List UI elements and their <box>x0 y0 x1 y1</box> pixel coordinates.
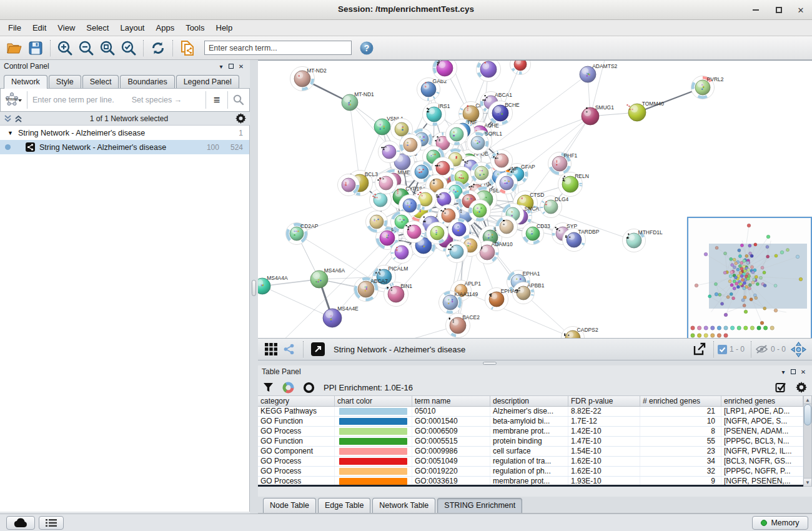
network-node[interactable] <box>471 162 493 184</box>
network-view[interactable]: MT-ND2MT-ND1VSNL1GAB2IRS1CHATABCA1BCHEAC… <box>258 60 812 338</box>
tab-string-enrichment[interactable]: STRING Enrichment <box>437 498 522 513</box>
string-search-button[interactable] <box>228 94 249 106</box>
scrollbar-thumb[interactable] <box>804 404 811 425</box>
search-input[interactable] <box>204 41 352 55</box>
ring-chart-icon[interactable] <box>303 382 315 394</box>
zoom-fit-button[interactable] <box>97 38 117 58</box>
network-node[interactable] <box>446 241 468 263</box>
panel-float-icon[interactable] <box>226 62 236 71</box>
string-options-button[interactable]: ≡ <box>206 94 227 107</box>
zoom-out-button[interactable] <box>76 38 96 58</box>
network-node[interactable] <box>338 174 360 196</box>
column-header[interactable]: category <box>258 396 335 406</box>
network-node[interactable]: PHF1 <box>548 152 578 176</box>
table-row[interactable]: GO FunctionGO:0005515protein binding1.47… <box>258 437 803 447</box>
network-node[interactable]: MT-ND2 <box>290 67 327 91</box>
collapse-all-icon[interactable] <box>4 114 12 123</box>
tab-legend-panel[interactable]: Legend Panel <box>176 75 239 88</box>
table-row[interactable]: GO FunctionGO:0001540beta-amyloid bi...1… <box>258 417 803 427</box>
column-header[interactable]: term name <box>412 396 490 406</box>
network-collection-row[interactable]: ▼ String Network - Alzheimer's disease 1 <box>0 126 249 140</box>
network-node[interactable]: MT-ND1 <box>342 91 374 111</box>
menu-apps[interactable]: Apps <box>151 21 181 34</box>
menu-help[interactable]: Help <box>210 21 239 34</box>
network-node[interactable]: ABCA7 <box>354 277 389 302</box>
panel-close-icon[interactable]: ✕ <box>236 62 246 71</box>
memory-button[interactable]: Memory <box>752 516 808 530</box>
expand-all-icon[interactable] <box>14 114 22 123</box>
network-node[interactable] <box>446 124 468 146</box>
network-node[interactable] <box>496 216 518 238</box>
network-node[interactable] <box>375 172 397 194</box>
horizontal-splitter[interactable] <box>258 360 812 365</box>
pan-navigator-button[interactable] <box>789 339 808 359</box>
network-node[interactable] <box>510 61 531 75</box>
cloud-tasks-button[interactable] <box>6 516 35 530</box>
network-node[interactable] <box>404 221 425 243</box>
save-session-button[interactable] <box>26 38 46 58</box>
network-node[interactable]: IRS1 <box>423 103 450 126</box>
tab-edge-table[interactable]: Edge Table <box>318 498 370 513</box>
select-rows-checkbox-icon[interactable] <box>775 382 787 394</box>
open-in-window-button[interactable] <box>309 339 327 359</box>
filter-funnel-icon[interactable] <box>263 382 274 392</box>
tab-style[interactable]: Style <box>49 75 81 88</box>
string-protein-query-dropdown[interactable]: STRING <box>1 91 27 109</box>
open-session-button[interactable] <box>4 38 24 58</box>
network-node[interactable]: BIN1 <box>384 282 413 307</box>
network-node[interactable]: CD2AP <box>286 223 319 245</box>
chart-settings-icon[interactable] <box>282 382 294 394</box>
menu-tools[interactable]: Tools <box>180 21 210 34</box>
network-options-gear-icon[interactable] <box>235 113 246 124</box>
network-node[interactable]: TOMM40 <box>626 101 664 121</box>
zoom-in-button[interactable] <box>55 38 75 58</box>
table-row[interactable]: GO ProcessGO:0006509membrane prot...1.42… <box>258 427 803 437</box>
network-node[interactable] <box>477 61 501 82</box>
column-header[interactable]: # enriched genes <box>640 396 721 406</box>
close-button[interactable]: ✕ <box>793 4 809 16</box>
network-node[interactable] <box>491 150 513 172</box>
menu-layout[interactable]: Layout <box>114 21 150 34</box>
network-node[interactable] <box>469 200 491 222</box>
network-node[interactable]: DLG4 <box>540 196 569 218</box>
table-row[interactable]: GO ProcessGO:0019220regulation of ph...1… <box>258 467 803 477</box>
scroll-up-button[interactable]: ▲ <box>804 396 811 404</box>
scroll-down-button[interactable]: ▼ <box>804 478 811 486</box>
zoom-selected-button[interactable] <box>119 38 139 58</box>
network-node[interactable]: KIAA1149 <box>439 291 478 314</box>
network-node[interactable] <box>433 61 457 81</box>
selected-nodes-checkbox-icon[interactable] <box>718 345 727 354</box>
string-species-hint[interactable]: Set species → <box>132 96 205 104</box>
column-header[interactable]: enriched genes <box>721 396 803 406</box>
splitter-handle[interactable] <box>252 280 256 296</box>
menu-view[interactable]: View <box>52 21 81 34</box>
tab-node-table[interactable]: Node Table <box>263 498 316 513</box>
network-node[interactable] <box>400 134 422 156</box>
refresh-button[interactable] <box>148 38 168 58</box>
maximize-button[interactable] <box>771 4 787 16</box>
network-node[interactable]: TARDBP <box>563 229 600 252</box>
minimize-button[interactable] <box>748 4 764 16</box>
menu-edit[interactable]: Edit <box>27 21 52 34</box>
network-node[interactable]: MTHFD1L <box>623 229 663 252</box>
table-row[interactable]: KEGG Pathways05010Alzheimer's dise...8.8… <box>258 407 803 417</box>
network-node[interactable] <box>366 211 388 233</box>
tab-network-table[interactable]: Network Table <box>372 498 435 513</box>
panel-splitter[interactable] <box>250 60 258 514</box>
table-row[interactable]: GO ComponentGO:0009986cell surface1.54E-… <box>258 447 803 457</box>
menu-file[interactable]: File <box>2 21 27 34</box>
tab-network[interactable]: Network <box>4 75 47 89</box>
table-panel-float-icon[interactable] <box>788 367 798 376</box>
column-header[interactable]: description <box>490 396 568 406</box>
table-vertical-scrollbar[interactable]: ▲ ▼ <box>803 395 812 487</box>
network-node[interactable]: CADPS2 <box>562 327 598 339</box>
horizontal-splitter-handle[interactable] <box>483 362 497 365</box>
network-node[interactable] <box>391 242 413 264</box>
network-node[interactable]: PVRL2 <box>691 76 724 99</box>
clone-network-button[interactable] <box>177 38 197 58</box>
table-panel-menu-icon[interactable]: ▾ <box>778 367 788 376</box>
network-node[interactable]: GAB2 <box>417 78 447 101</box>
birds-eye-view[interactable] <box>687 217 812 339</box>
network-node[interactable] <box>496 172 518 194</box>
network-node[interactable]: BACE2 <box>446 314 480 338</box>
